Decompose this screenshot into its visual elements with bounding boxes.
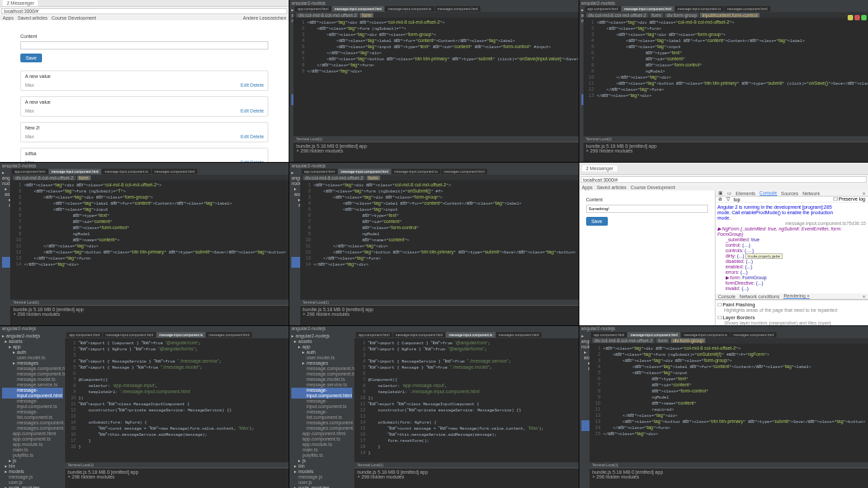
editor-tab[interactable]: message-input.component.html xyxy=(49,169,102,174)
tree-file[interactable]: app.module.ts xyxy=(2,311,10,317)
tree-folder[interactable]: ▸ auth xyxy=(291,350,352,355)
tree-file[interactable]: message-input.component.html xyxy=(291,388,352,399)
tree-file[interactable]: main.ts xyxy=(581,480,590,485)
code-editor[interactable]: 1<attr">class="tag">div attr">class="col… xyxy=(590,344,868,462)
tree-file[interactable]: messages.component.html xyxy=(291,420,352,426)
tree-file[interactable]: main.ts xyxy=(291,447,352,453)
tree-folder[interactable]: ▸ messages xyxy=(291,361,352,366)
inspect-icon[interactable]: ▣ xyxy=(718,190,723,196)
tree-file[interactable]: message-input.component.html xyxy=(2,257,10,268)
tree-file[interactable]: message.service.ts xyxy=(2,251,10,257)
file-tree[interactable]: ▸ angular2-nodejs▸ assets▸ app▸ authuser… xyxy=(289,168,299,325)
tree-file[interactable]: message-input.component.ts xyxy=(291,399,352,409)
tree-file[interactable]: main.ts xyxy=(291,317,299,322)
tree-folder[interactable]: ▸ bin xyxy=(2,464,63,469)
console-prop[interactable]: dirty: (...) Invoke property getter xyxy=(726,253,866,259)
bookmark-right[interactable]: Andere Lesezeichen xyxy=(243,16,287,20)
tree-folder[interactable]: ▸ auth xyxy=(2,208,10,219)
terminal[interactable]: bundle.js 5.18 MB 0 [emitted] app + 298 … xyxy=(65,468,289,488)
tree-file[interactable]: polyfills.ts xyxy=(2,322,10,325)
tree-file[interactable]: messages.component.ts xyxy=(2,295,10,300)
tree-folder[interactable]: ▸ app xyxy=(581,361,588,371)
tree-file[interactable]: message-list.component.ts xyxy=(2,279,10,289)
tree-file[interactable]: message-list.component.ts xyxy=(2,409,63,420)
console-prop[interactable]: invalid: (...) xyxy=(726,286,866,291)
clear-icon[interactable]: ⊘ xyxy=(718,197,722,202)
tree-folder[interactable]: ▸ node_modules xyxy=(291,485,352,488)
tree-file[interactable]: message.component.ts xyxy=(2,241,10,246)
editor-tab[interactable]: messages.component.html xyxy=(441,169,487,174)
tree-file[interactable]: app.module.ts xyxy=(2,442,63,447)
tree-file[interactable]: messages.component.html xyxy=(2,289,10,295)
browser-tab[interactable]: 2 Messenger xyxy=(3,0,38,6)
tree-file[interactable]: message.js xyxy=(2,474,63,480)
tree-file[interactable]: app.component.ts xyxy=(581,469,590,474)
editor-tab[interactable]: message-input.component.html xyxy=(332,6,385,12)
render-option[interactable]: ☐ Layer BordersShows layer borders (oran… xyxy=(718,315,866,325)
tree-file[interactable]: message.model.ts xyxy=(581,409,590,415)
tree-folder[interactable]: ▸ messages xyxy=(581,388,590,399)
editor-tab[interactable]: message-input.component.ts xyxy=(385,6,434,12)
tree-file[interactable]: user.model.ts xyxy=(291,219,299,224)
tree-file[interactable]: message-input.component.ts xyxy=(581,431,590,442)
terminal[interactable]: bundle.js 5.18 MB 0 [emitted] app + 298 … xyxy=(10,305,289,325)
tree-folder[interactable]: ▸ assets xyxy=(291,186,297,197)
file-tree[interactable]: ▸ angular2-nodejs▸ assets▸ app▸ authuser… xyxy=(289,331,354,488)
tree-file[interactable]: polyfills.ts xyxy=(291,322,299,325)
tree-file[interactable]: message-input.component.ts xyxy=(291,268,299,279)
tree-file[interactable]: app.module.ts xyxy=(291,442,352,447)
tree-file[interactable]: message-input.component.html xyxy=(2,388,63,399)
filter-icon[interactable]: ▽ xyxy=(726,197,730,202)
editor-tab[interactable]: message-input.component.html xyxy=(393,332,446,338)
tree-folder[interactable]: ▸ app xyxy=(291,197,298,208)
render-option[interactable]: ☐ Paint FlashingHighlights areas of the … xyxy=(718,302,866,312)
tree-file[interactable]: message-list.component.ts xyxy=(291,279,299,289)
tree-file[interactable]: message.service.ts xyxy=(2,382,63,388)
tree-file[interactable]: messages.component.ts xyxy=(581,458,590,464)
tree-file[interactable]: messages.component.ts xyxy=(2,426,63,431)
console-prop[interactable]: _submitted: true xyxy=(726,237,866,243)
editor-tab[interactable]: app.component.html xyxy=(66,332,102,338)
tree-file[interactable]: message.model.ts xyxy=(291,377,352,382)
tree-folder[interactable]: ▸ assets xyxy=(2,186,8,197)
editor-tab[interactable]: message-input.component.ts xyxy=(681,332,730,338)
address-bar[interactable]: localhost:3000/# xyxy=(1,8,287,14)
tree-file[interactable]: message.component.html xyxy=(581,399,590,404)
tree-file[interactable]: message.component.html xyxy=(291,366,352,371)
tree-file[interactable]: message-list.component.ts xyxy=(291,409,352,420)
tree-file[interactable]: polyfills.ts xyxy=(581,485,590,488)
terminal[interactable]: bundle.js 5.18 MB 0 [emitted] app + 298 … xyxy=(590,468,868,488)
tree-file[interactable]: message.component.html xyxy=(2,366,63,371)
tree-file[interactable]: main.ts xyxy=(2,317,10,322)
tree-file[interactable]: messages.component.html xyxy=(2,420,63,426)
tree-file[interactable]: app.component.html xyxy=(2,431,63,436)
editor-tab[interactable]: message-input.component.ts xyxy=(446,332,495,338)
tree-file[interactable]: polyfills.ts xyxy=(291,453,352,458)
message-actions[interactable]: Edit Delete xyxy=(241,83,264,87)
message-actions[interactable]: Edit Delete xyxy=(241,108,264,113)
editor-tab[interactable]: message-input.component.ts xyxy=(157,332,205,338)
device-icon[interactable]: ▭ xyxy=(727,190,732,196)
tree-file[interactable]: message-input.component.ts xyxy=(2,399,63,409)
tree-file[interactable]: message.js xyxy=(291,474,352,480)
code-editor[interactable]: 1"kw">import { Component } "kw">from '@a… xyxy=(65,338,289,462)
editor-tab[interactable]: app.component.html xyxy=(356,332,392,338)
tree-folder[interactable]: ▸ auth xyxy=(2,350,63,355)
console-prop[interactable]: ▶ form: FormGroup xyxy=(726,275,866,281)
tree-file[interactable]: user.model.ts xyxy=(2,219,10,224)
terminal[interactable]: bundle.js 5.18 MB 0 [emitted] app + 298 … xyxy=(583,142,868,162)
browser-tab[interactable]: 2 Messenger xyxy=(582,165,617,171)
content-input[interactable] xyxy=(586,205,708,213)
tree-file[interactable]: message.component.html xyxy=(291,235,299,241)
tree-file[interactable]: app.component.ts xyxy=(291,306,299,311)
tree-file[interactable]: message.service.ts xyxy=(581,415,590,420)
tree-folder[interactable]: ▸ assets xyxy=(291,339,352,344)
tree-file[interactable]: app.component.ts xyxy=(2,306,10,311)
tree-file[interactable]: message.component.ts xyxy=(291,241,299,246)
console-prop[interactable]: controls: (… ) xyxy=(726,248,866,253)
message-actions[interactable]: Edit Delete xyxy=(241,134,264,139)
tree-file[interactable]: message.model.ts xyxy=(2,246,10,251)
file-tree[interactable]: ▸ angular2-nodejs▸ assets▸ app▸ authuser… xyxy=(0,331,65,488)
content-input[interactable] xyxy=(20,41,268,49)
tree-file[interactable]: messages.component.ts xyxy=(291,426,352,431)
